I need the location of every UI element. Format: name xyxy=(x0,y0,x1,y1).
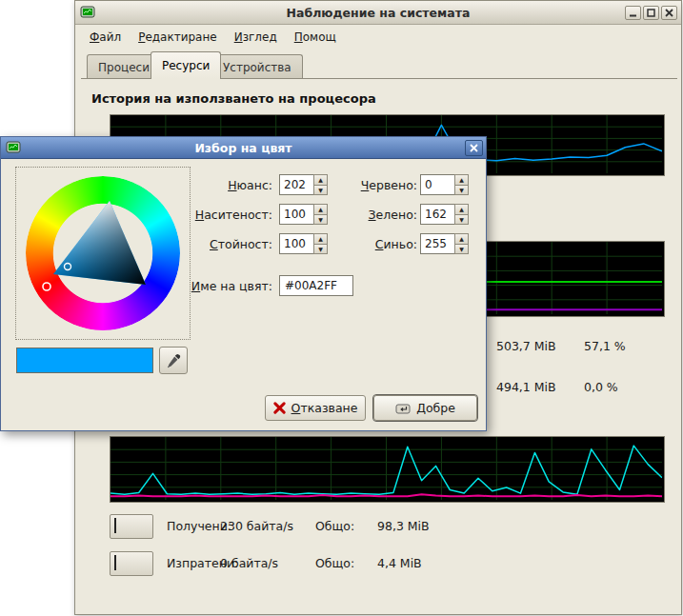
value-label: Стойност: xyxy=(144,237,272,251)
dialog-title: Избор на цвят xyxy=(1,141,486,155)
menu-view[interactable]: Изглед xyxy=(226,28,286,47)
color-picker-dialog: Избор на цвят Нюанс: 202 ▲▼ xyxy=(0,136,487,431)
swap-used-value: 494,1 MiB xyxy=(496,380,556,394)
green-spinner[interactable]: 162 ▲▼ xyxy=(420,204,469,225)
sent-color-swatch xyxy=(114,555,116,570)
red-label: Червено: xyxy=(325,178,417,192)
blue-spinner[interactable]: 255 ▲▼ xyxy=(420,233,469,254)
eyedropper-button[interactable] xyxy=(159,347,188,374)
dialog-close-icon xyxy=(470,144,478,152)
received-color-button[interactable] xyxy=(110,514,153,539)
cancel-icon xyxy=(273,402,286,414)
color-wheel-area xyxy=(15,167,191,340)
red-spin-up[interactable]: ▲ xyxy=(454,174,469,186)
hue-marker[interactable] xyxy=(43,283,50,290)
tab-resources[interactable]: Ресурси xyxy=(151,51,221,79)
received-total: 98,3 MiB xyxy=(377,519,430,533)
cancel-button[interactable]: Отказване xyxy=(265,395,366,421)
network-history-chart xyxy=(110,436,665,503)
saturation-label: Наситеност: xyxy=(144,208,272,222)
legend-row-sent: Изпратени: 0 байта/s Общо: 4,4 MiB xyxy=(75,551,683,576)
blue-spin-up[interactable]: ▲ xyxy=(454,233,469,245)
red-spin-down[interactable]: ▼ xyxy=(454,186,469,196)
green-spin-down[interactable]: ▼ xyxy=(454,215,469,226)
menubar: Файл Редактиране Изглед Помощ xyxy=(75,26,681,48)
main-titlebar[interactable]: Наблюдение на системата xyxy=(75,1,681,25)
swap-used-percent: 0,0 % xyxy=(584,380,618,394)
maximize-button[interactable] xyxy=(643,6,659,20)
hue-spinner[interactable]: 202 ▲▼ xyxy=(279,174,328,195)
value-spinner[interactable]: 100 ▲▼ xyxy=(279,233,328,254)
green-spin-up[interactable]: ▲ xyxy=(454,204,469,215)
ok-button[interactable]: Добре xyxy=(373,395,477,421)
menu-help[interactable]: Помощ xyxy=(286,28,345,47)
received-total-label: Общо: xyxy=(315,519,354,533)
maximize-icon xyxy=(647,9,655,17)
saturation-value-triangle[interactable] xyxy=(26,176,180,330)
saturation-spinner[interactable]: 100 ▲▼ xyxy=(279,204,328,225)
legend-row-received: Получени: 230 байта/s Общо: 98,3 MiB xyxy=(75,514,683,539)
enter-key-icon xyxy=(395,402,411,415)
color-name-input[interactable]: #00A2FF xyxy=(279,275,353,296)
minimize-icon xyxy=(629,9,637,17)
blue-label: Синьо: xyxy=(325,237,417,251)
menu-file[interactable]: Файл xyxy=(81,28,130,47)
color-name-label: Име на цвят: xyxy=(144,279,272,293)
menu-edit[interactable]: Редактиране xyxy=(130,28,226,47)
received-color-swatch xyxy=(114,518,116,533)
close-button[interactable] xyxy=(661,6,677,20)
memory-used-percent: 57,1 % xyxy=(584,339,626,353)
tab-devices[interactable]: Устройства xyxy=(211,54,303,79)
received-rate: 230 байта/s xyxy=(220,519,293,533)
memory-used-value: 503,7 MiB xyxy=(496,339,556,353)
current-color-preview xyxy=(16,348,153,373)
eyedropper-icon xyxy=(166,353,181,368)
close-icon xyxy=(665,9,673,17)
red-spinner[interactable]: 0 ▲▼ xyxy=(420,174,469,195)
hue-label: Нюанс: xyxy=(144,178,272,192)
green-label: Зелено: xyxy=(325,208,417,222)
minimize-button[interactable] xyxy=(625,6,641,20)
dialog-titlebar[interactable]: Избор на цвят xyxy=(1,137,486,159)
sent-total: 4,4 MiB xyxy=(377,556,422,570)
cpu-history-heading: История на използването на процесора xyxy=(91,91,376,106)
window-title: Наблюдение на системата xyxy=(75,6,681,20)
sent-total-label: Общо: xyxy=(315,556,354,570)
blue-spin-down[interactable]: ▼ xyxy=(454,245,469,255)
sent-rate: 0 байта/s xyxy=(220,556,278,570)
sent-color-button[interactable] xyxy=(110,551,153,576)
dialog-close-button[interactable] xyxy=(465,140,483,156)
